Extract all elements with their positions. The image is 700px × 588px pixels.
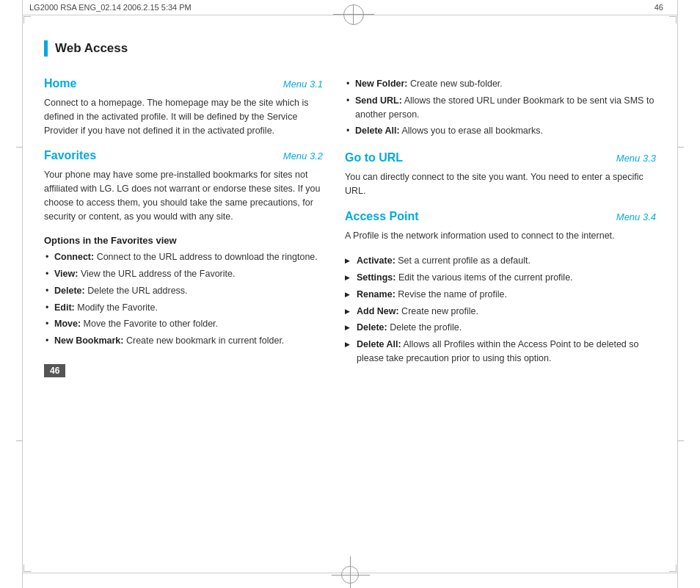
list-item: Rename: Revise the name of profile. xyxy=(345,288,656,302)
list-item: Edit: Modify the Favorite. xyxy=(44,301,323,315)
favorites-body: Your phone may have some pre-installed b… xyxy=(44,168,323,223)
corner-br xyxy=(669,565,677,572)
list-item: Delete: Delete the profile. xyxy=(345,321,656,335)
title-accent-bar xyxy=(44,40,48,57)
page-number-badge: 46 xyxy=(44,364,65,377)
access-point-heading: Access Point Menu 3.4 xyxy=(345,210,656,223)
bottom-reg-circle xyxy=(341,566,359,584)
list-item: View: View the URL address of the Favori… xyxy=(44,267,323,281)
go-to-url-body: You can directly connect to the site you… xyxy=(345,170,656,198)
go-to-url-title: Go to URL xyxy=(345,151,403,164)
options-heading: Options in the Favorites view xyxy=(44,235,323,246)
tick-left-bottom xyxy=(16,440,22,441)
bottom-reg xyxy=(341,566,359,584)
page-title: Web Access xyxy=(55,41,128,56)
home-heading: Home Menu 3.1 xyxy=(44,77,323,90)
tick-left-top xyxy=(16,147,22,148)
favorites-continued-list: New Folder: Create new sub-folder. Send … xyxy=(345,77,656,138)
reg-circle-top xyxy=(343,4,364,25)
page-border-left xyxy=(22,0,23,588)
tick-right-top xyxy=(678,147,684,148)
title-section: Web Access xyxy=(44,40,656,57)
favorites-options-list: Connect: Connect to the URL address to d… xyxy=(44,250,323,348)
corner-bl xyxy=(23,565,31,572)
access-point-list: Activate: Set a current profile as a def… xyxy=(345,254,656,365)
left-column: Home Menu 3.1 Connect to a homepage. The… xyxy=(44,77,323,548)
home-title: Home xyxy=(44,77,76,90)
go-to-url-menu-label: Menu 3.3 xyxy=(616,153,656,164)
list-item: Activate: Set a current profile as a def… xyxy=(345,254,656,268)
two-column-layout: Home Menu 3.1 Connect to a homepage. The… xyxy=(44,77,656,548)
corner-tr xyxy=(669,16,677,23)
bottom-reg-h xyxy=(332,575,370,576)
main-content: Web Access Home Menu 3.1 Connect to a ho… xyxy=(44,40,656,548)
go-to-url-heading: Go to URL Menu 3.3 xyxy=(345,151,656,164)
favorites-title: Favorites xyxy=(44,149,96,162)
list-item: Delete All: Allows all Profiles within t… xyxy=(345,338,656,366)
page-num-top: 46 xyxy=(655,3,663,12)
list-item: Delete All: Allows you to erase all book… xyxy=(345,124,656,138)
access-point-menu-label: Menu 3.4 xyxy=(616,211,656,222)
list-item: Settings: Edit the various items of the … xyxy=(345,271,656,285)
list-item: New Bookmark: Create new bookmark in cur… xyxy=(44,334,323,348)
list-item: New Folder: Create new sub-folder. xyxy=(345,77,656,91)
list-item: Connect: Connect to the URL address to d… xyxy=(44,250,323,264)
access-point-intro: A Profile is the network information use… xyxy=(345,229,656,243)
right-column: New Folder: Create new sub-folder. Send … xyxy=(345,77,656,548)
list-item: Add New: Create new profile. xyxy=(345,305,656,319)
list-item: Delete: Delete the URL address. xyxy=(44,284,323,298)
page-border-right xyxy=(677,0,678,588)
bottom-reg-v xyxy=(350,556,351,588)
favorites-menu-label: Menu 3.2 xyxy=(283,150,323,161)
tick-right-bottom xyxy=(678,440,684,441)
list-item: Move: Move the Favorite to other folder. xyxy=(44,317,323,331)
home-menu-label: Menu 3.1 xyxy=(283,79,323,90)
favorites-heading: Favorites Menu 3.2 xyxy=(44,149,323,162)
access-point-title: Access Point xyxy=(345,210,418,223)
list-item: Send URL: Allows the stored URL under Bo… xyxy=(345,94,656,122)
home-body: Connect to a homepage. The homepage may … xyxy=(44,96,323,137)
corner-tl xyxy=(23,16,31,23)
